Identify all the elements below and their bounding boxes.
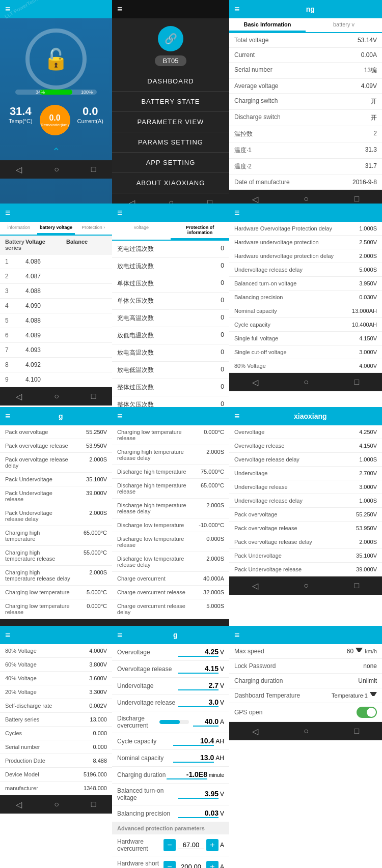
back-icon-2[interactable]: ◁: [129, 198, 135, 204]
charging-duration-input[interactable]: [167, 770, 207, 779]
back-icon-12[interactable]: ◁: [252, 727, 258, 736]
manufacture-value: 2016-9-8: [352, 179, 377, 186]
tab-prot-info[interactable]: Protection of information: [171, 222, 229, 240]
uv-release-label: Undervoltage release: [117, 699, 178, 706]
back-icon-6[interactable]: ◁: [252, 378, 258, 387]
ov-release-unit: V: [220, 666, 224, 673]
params-left-panel: ≡ g Pack overvoltage55.250V Pack overvol…: [0, 407, 112, 626]
hw-overcurrent-minus[interactable]: −: [163, 839, 176, 851]
current-value: 0.0: [77, 105, 103, 118]
menu-about[interactable]: ABOUT XIAOXIANG: [112, 173, 229, 193]
protection-info-panel: ≡ Hardware Overvoltage Protection delay1…: [229, 204, 382, 407]
home-icon-3[interactable]: ○: [304, 194, 309, 204]
back-icon-4[interactable]: ◁: [16, 392, 22, 401]
pdl-hamburger-icon[interactable]: ≡: [5, 630, 11, 641]
menu-app-setting[interactable]: APP SETTING: [112, 153, 229, 173]
balanced-voltage-input[interactable]: [178, 790, 219, 799]
discharge-overcurrent-unit: A: [220, 718, 224, 726]
overvoltage-input[interactable]: [178, 648, 219, 657]
cycle-capacity-input[interactable]: [173, 737, 214, 746]
charging-duration-unit: minute: [209, 772, 224, 778]
menu-dashboard[interactable]: DASHBOARD: [112, 71, 229, 92]
undervoltage-unit: V: [220, 682, 224, 689]
menu-icon-10[interactable]: □: [91, 800, 96, 809]
temp-ctrl-label: 温控数: [234, 130, 253, 138]
settings-row-uv-release: Undervoltage release V: [112, 695, 229, 711]
hw-short-plus[interactable]: +: [206, 861, 219, 868]
discharge-overcurrent-label: Discharge overcurrent: [117, 715, 155, 729]
prot-row: Pack Undervoltage release39.000V: [0, 486, 112, 506]
prot-info-hamburger-icon[interactable]: ≡: [234, 208, 240, 218]
app-settings-hamburger-icon[interactable]: ≡: [234, 630, 240, 641]
discharge-overcurrent-input[interactable]: [193, 717, 219, 727]
xiaoxiang-hamburger-icon[interactable]: ≡: [234, 411, 240, 422]
uv-release-input[interactable]: [178, 698, 219, 707]
gps-toggle[interactable]: [357, 707, 377, 718]
settings-mid-hamburger-icon[interactable]: ≡: [117, 630, 123, 641]
temp-label: Temp(°C): [9, 118, 33, 124]
serial-value: 13编: [364, 66, 377, 75]
menu-hamburger-icon[interactable]: ≡: [117, 4, 123, 15]
prot-row: Discharge low temperature release delay2…: [112, 552, 229, 572]
back-icon-9[interactable]: ◁: [252, 581, 258, 591]
menu-icon-4[interactable]: □: [91, 392, 96, 401]
xiaoxiang-title: xiaoxiang: [244, 412, 377, 420]
back-icon-3[interactable]: ◁: [252, 194, 258, 204]
scroll-up-icon[interactable]: ⌃: [0, 143, 112, 160]
prot-row: 40% Voltage3.600V: [0, 672, 112, 685]
hw-overcurrent-plus[interactable]: +: [206, 839, 219, 851]
temp2-value: 31.7: [365, 162, 377, 171]
home-icon-2[interactable]: ○: [169, 198, 174, 204]
bv-hamburger-icon[interactable]: ≡: [5, 208, 11, 218]
menu-icon-2[interactable]: □: [207, 198, 212, 204]
temp1-label: 温度·1: [234, 146, 252, 155]
hw-overcurrent-stepper: − 67.00 +: [163, 839, 219, 851]
menu-icon-1[interactable]: □: [91, 165, 96, 174]
menu-parameter-view[interactable]: PARAMETER VIEW: [112, 112, 229, 132]
balancing-precision-input[interactable]: [178, 809, 219, 818]
basic-hamburger-icon[interactable]: ≡: [234, 4, 240, 15]
prot-row: Single cut-off voltage3.000V: [229, 345, 382, 359]
nominal-capacity-label: Nominal capacity: [117, 755, 173, 762]
home-icon-4[interactable]: ○: [54, 392, 59, 401]
home-icon-9[interactable]: ○: [304, 581, 309, 590]
home-icon-1[interactable]: ○: [54, 165, 59, 174]
tab-bv[interactable]: battery voltage: [37, 222, 74, 235]
menu-header: 🔗 BT05: [112, 18, 229, 71]
tab-info[interactable]: information: [0, 222, 37, 235]
current-row: Current 0.00A: [229, 48, 382, 63]
prot-row: Undervoltage release delay1.000S: [229, 494, 382, 508]
prot-cn-hamburger-icon[interactable]: ≡: [117, 208, 123, 218]
menu-icon-12[interactable]: □: [354, 727, 360, 736]
menu-icon-3[interactable]: □: [354, 194, 360, 204]
back-icon-10[interactable]: ◁: [16, 800, 22, 809]
tab-voltage-mid[interactable]: voltage: [112, 222, 171, 240]
prot-row: Battery series13.000: [0, 713, 112, 727]
menu-params-setting[interactable]: PARAMS SETTING: [112, 132, 229, 153]
prot-row: Nominal capacity13.000AH: [229, 304, 382, 318]
max-speed-arrow-icon[interactable]: [356, 648, 363, 655]
ov-release-input[interactable]: [178, 664, 219, 674]
settings-row-nominal-capacity: Nominal capacity AH: [112, 750, 229, 767]
prot-row: Pack Undervoltage release delay2.000S: [0, 506, 112, 526]
settings-mid-title: g: [127, 631, 224, 639]
home-icon-12[interactable]: ○: [304, 727, 309, 736]
tab-battery-voltage-right[interactable]: battery v: [306, 18, 382, 32]
cn-row: 放电高温次数0: [112, 344, 229, 362]
undervoltage-input[interactable]: [178, 681, 219, 690]
app-settings-header: ≡: [229, 626, 382, 644]
home-icon-10[interactable]: ○: [54, 800, 59, 809]
current-value-row: 0.00A: [361, 51, 377, 59]
nominal-capacity-input[interactable]: [173, 754, 214, 763]
hw-short-minus[interactable]: −: [163, 861, 176, 868]
menu-battery-state[interactable]: BATTERY STATE: [112, 92, 229, 112]
params-mid-hamburger-icon[interactable]: ≡: [117, 411, 123, 422]
menu-icon-9[interactable]: □: [354, 581, 360, 590]
dashboard-temp-arrow-icon[interactable]: [370, 692, 377, 699]
params-left-hamburger-icon[interactable]: ≡: [5, 411, 11, 422]
back-icon-1[interactable]: ◁: [16, 165, 22, 175]
menu-icon-6[interactable]: □: [354, 378, 360, 387]
tab-protection-left[interactable]: Protection ›: [75, 222, 112, 235]
tab-basic-info[interactable]: Basic Information: [229, 18, 306, 32]
home-icon-6[interactable]: ○: [304, 378, 309, 387]
